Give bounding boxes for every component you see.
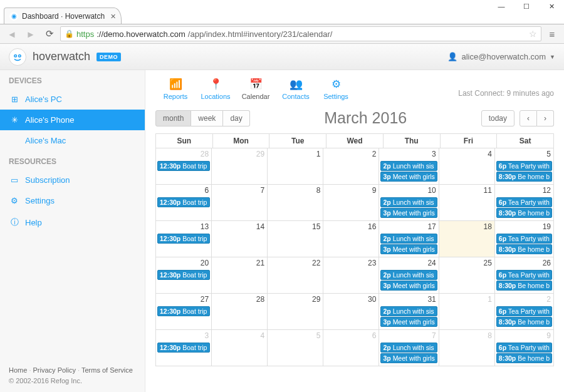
day-cell[interactable]: 1 xyxy=(268,148,323,185)
tab-settings[interactable]: ⚙Settings xyxy=(316,78,356,100)
event[interactable]: 2p Lunch with sis xyxy=(380,234,437,244)
tab-contacts[interactable]: 👥Contacts xyxy=(276,78,316,100)
event[interactable]: 2p Lunch with sis xyxy=(380,161,437,171)
day-cell[interactable]: 15 xyxy=(268,221,323,257)
footer-link-privacy[interactable]: Privacy Policy xyxy=(33,366,76,374)
day-cell[interactable]: 9 xyxy=(323,185,379,221)
day-cell[interactable]: 29 xyxy=(212,148,268,185)
browser-menu-icon[interactable]: ≡ xyxy=(544,26,560,41)
event[interactable]: 2p Lunch with sis xyxy=(380,197,437,207)
day-cell[interactable]: 2712:30p Boat trip xyxy=(156,294,212,330)
reload-button[interactable]: ⟳ xyxy=(41,26,58,41)
day-cell[interactable]: 29 xyxy=(268,294,323,330)
event[interactable]: 3p Meet with girls xyxy=(380,172,437,182)
footer-link-tos[interactable]: Terms of Service xyxy=(81,366,133,374)
day-cell[interactable]: 312p Lunch with sis3p Meet with girls xyxy=(379,294,439,330)
event[interactable]: 3p Meet with girls xyxy=(380,208,437,218)
day-cell[interactable]: 18 xyxy=(439,221,495,257)
day-cell[interactable]: 96p Tea Party with8:30p Be home b xyxy=(495,330,554,366)
view-month-button[interactable]: month xyxy=(155,110,191,126)
sidebar-item-subscription[interactable]: ▭ Subscription xyxy=(0,170,145,190)
event[interactable]: 6p Tea Party with xyxy=(496,270,552,280)
day-cell[interactable]: 26p Tea Party with8:30p Be home b xyxy=(495,294,554,330)
event[interactable]: 6p Tea Party with xyxy=(496,234,552,244)
day-cell[interactable]: 30 xyxy=(323,294,379,330)
day-cell[interactable]: 28 12:30p Boat trip xyxy=(156,148,212,185)
today-button[interactable]: today xyxy=(481,110,514,126)
day-cell[interactable]: 102p Lunch with sis3p Meet with girls xyxy=(379,185,439,221)
tab-calendar[interactable]: 📅Calendar xyxy=(236,78,276,100)
event[interactable]: 3p Meet with girls xyxy=(380,281,437,291)
day-cell[interactable]: 23 xyxy=(323,257,379,294)
forward-button[interactable]: ► xyxy=(23,26,39,41)
day-cell[interactable]: 172p Lunch with sis3p Meet with girls xyxy=(379,221,439,257)
event[interactable]: 8:30p Be home b xyxy=(496,353,552,363)
window-close-button[interactable]: ✕ xyxy=(539,0,564,13)
day-cell[interactable]: 6 xyxy=(323,330,379,366)
event[interactable]: 6p Tea Party with xyxy=(496,343,552,353)
day-cell[interactable]: 1 xyxy=(439,294,495,330)
day-cell[interactable]: 2012:30p Boat trip xyxy=(156,257,212,294)
event[interactable]: 6p Tea Party with xyxy=(496,161,552,171)
event[interactable]: 8:30p Be home b xyxy=(496,244,552,254)
day-cell[interactable]: 7 xyxy=(212,185,268,221)
event[interactable]: 3p Meet with girls xyxy=(380,353,437,363)
event[interactable]: 12:30p Boat trip xyxy=(157,197,210,207)
view-day-button[interactable]: day xyxy=(223,110,249,126)
sidebar-item-phone[interactable]: ✳ Alice's Phone xyxy=(0,110,145,130)
event[interactable]: 8:30p Be home b xyxy=(496,317,552,327)
day-cell[interactable]: 16 xyxy=(323,221,379,257)
event[interactable]: 6p Tea Party with xyxy=(496,197,552,207)
bookmark-star-icon[interactable]: ☆ xyxy=(529,29,537,39)
day-cell[interactable]: 8 xyxy=(439,330,495,366)
event[interactable]: 8:30p Be home b xyxy=(496,208,552,218)
day-cell[interactable]: 5 6p Tea Party with 8:30p Be home b xyxy=(495,148,554,185)
day-cell[interactable]: 11 xyxy=(439,185,495,221)
event[interactable]: 8:30p Be home b xyxy=(496,172,552,182)
tab-reports[interactable]: 📶Reports xyxy=(155,78,196,100)
event[interactable]: 6p Tea Party with xyxy=(496,306,552,316)
day-cell[interactable]: 612:30p Boat trip xyxy=(156,185,212,221)
back-button[interactable]: ◄ xyxy=(4,26,20,41)
user-menu[interactable]: 👤 alice@hoverwatch.com ▼ xyxy=(447,52,555,61)
event[interactable]: 3p Meet with girls xyxy=(380,244,437,254)
event[interactable]: 2p Lunch with sis xyxy=(380,306,437,316)
day-cell[interactable]: 2 xyxy=(323,148,379,185)
event[interactable]: 8:30p Be home b xyxy=(496,281,552,291)
tab-close-icon[interactable]: ✕ xyxy=(110,12,116,20)
day-cell[interactable]: 126p Tea Party with8:30p Be home b xyxy=(495,185,554,221)
event[interactable]: 12:30p Boat trip xyxy=(157,343,210,353)
day-cell[interactable]: 4 xyxy=(212,330,268,366)
browser-tab[interactable]: ◉ Dashboard · Hoverwatch ✕ xyxy=(4,8,122,24)
day-cell[interactable]: 72p Lunch with sis3p Meet with girls xyxy=(379,330,439,366)
event[interactable]: 12:30p Boat trip xyxy=(157,161,210,171)
event[interactable]: 12:30p Boat trip xyxy=(157,234,210,244)
day-cell[interactable]: 196p Tea Party with8:30p Be home b xyxy=(495,221,554,257)
day-cell[interactable]: 1312:30p Boat trip xyxy=(156,221,212,257)
window-minimize-button[interactable]: — xyxy=(489,0,514,13)
day-cell[interactable]: 5 xyxy=(268,330,323,366)
event[interactable]: 2p Lunch with sis xyxy=(380,343,437,353)
day-cell[interactable]: 21 xyxy=(212,257,268,294)
address-bar[interactable]: 🔒 https://demo.hoverwatch.com/app/index.… xyxy=(60,26,541,41)
day-cell[interactable]: 312:30p Boat trip xyxy=(156,330,212,366)
day-cell[interactable]: 25 xyxy=(439,257,495,294)
day-cell[interactable]: 3 2p Lunch with sis 3p Meet with girls xyxy=(379,148,439,185)
day-cell[interactable]: 8 xyxy=(268,185,323,221)
event[interactable]: 3p Meet with girls xyxy=(380,317,437,327)
day-cell[interactable]: 4 xyxy=(439,148,495,185)
footer-link-home[interactable]: Home xyxy=(9,366,27,374)
event[interactable]: 12:30p Boat trip xyxy=(157,270,210,280)
day-cell[interactable]: 266p Tea Party with8:30p Be home b xyxy=(495,257,554,294)
day-cell[interactable]: 28 xyxy=(212,294,268,330)
tab-locations[interactable]: 📍Locations xyxy=(196,78,236,100)
sidebar-item-mac[interactable]: Alice's Mac xyxy=(0,130,145,151)
day-cell[interactable]: 14 xyxy=(212,221,268,257)
next-month-button[interactable]: › xyxy=(537,110,554,126)
day-cell[interactable]: 242p Lunch with sis3p Meet with girls xyxy=(379,257,439,294)
event[interactable]: 12:30p Boat trip xyxy=(157,306,210,316)
window-maximize-button[interactable]: ☐ xyxy=(514,0,539,13)
view-week-button[interactable]: week xyxy=(191,110,223,126)
sidebar-item-help[interactable]: ⓘ Help xyxy=(0,211,145,234)
day-cell[interactable]: 22 xyxy=(268,257,323,294)
